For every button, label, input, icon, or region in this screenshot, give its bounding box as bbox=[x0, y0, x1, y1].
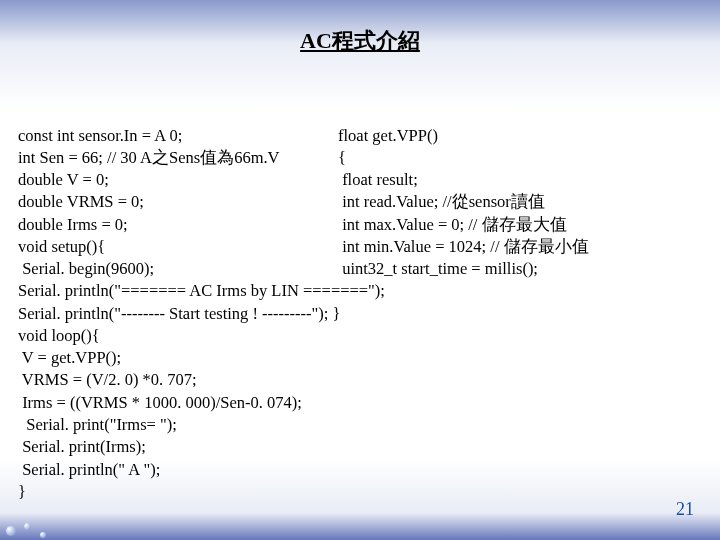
code-block: const int sensor.In = A 0; int Sen = 66;… bbox=[18, 80, 702, 503]
code-line: } bbox=[18, 482, 26, 501]
code-line: Serial. println(" A "); bbox=[18, 460, 160, 479]
code-line: double Irms = 0; bbox=[18, 215, 128, 234]
code-line: double V = 0; bbox=[18, 170, 109, 189]
code-line: int read.Value; //從sensor讀值 bbox=[338, 192, 545, 211]
decorative-dot bbox=[6, 526, 16, 536]
code-line: uint32_t start_time = millis(); bbox=[338, 259, 538, 278]
decorative-dot bbox=[24, 523, 31, 530]
code-line: float get.VPP() bbox=[338, 126, 438, 145]
code-line: VRMS = (V/2. 0) *0. 707; bbox=[18, 370, 197, 389]
slide-title: AC程式介紹 bbox=[300, 26, 420, 56]
code-line: double VRMS = 0; bbox=[18, 192, 144, 211]
two-column-code: const int sensor.In = A 0; int Sen = 66;… bbox=[18, 125, 702, 281]
code-line: int min.Value = 1024; // 儲存最小值 bbox=[338, 237, 589, 256]
code-column-left: const int sensor.In = A 0; int Sen = 66;… bbox=[18, 125, 338, 281]
title-container: AC程式介紹 bbox=[18, 26, 702, 56]
code-line: V = get.VPP(); bbox=[18, 348, 121, 367]
decorative-dot bbox=[40, 532, 46, 538]
code-line: { bbox=[338, 148, 346, 167]
code-line: Serial. println("======= AC Irms by LIN … bbox=[18, 281, 385, 300]
code-line: Serial. begin(9600); bbox=[18, 259, 154, 278]
slide: AC程式介紹 const int sensor.In = A 0; int Se… bbox=[0, 0, 720, 540]
code-line: float result; bbox=[338, 170, 418, 189]
code-line: int Sen = 66; // 30 A之Sens值為66m.V bbox=[18, 148, 280, 167]
code-line: Serial. print(Irms); bbox=[18, 437, 146, 456]
code-line: void setup(){ bbox=[18, 237, 105, 256]
code-line: Serial. println("-------- Start testing … bbox=[18, 304, 340, 323]
code-line: Irms = ((VRMS * 1000. 000)/Sen-0. 074); bbox=[18, 393, 302, 412]
code-line: Serial. print("Irms= "); bbox=[18, 415, 177, 434]
code-line: const int sensor.In = A 0; bbox=[18, 126, 182, 145]
code-column-right: float get.VPP() { float result; int read… bbox=[338, 125, 702, 281]
code-line: int max.Value = 0; // 儲存最大值 bbox=[338, 215, 567, 234]
code-line: void loop(){ bbox=[18, 326, 100, 345]
page-number: 21 bbox=[676, 499, 694, 520]
